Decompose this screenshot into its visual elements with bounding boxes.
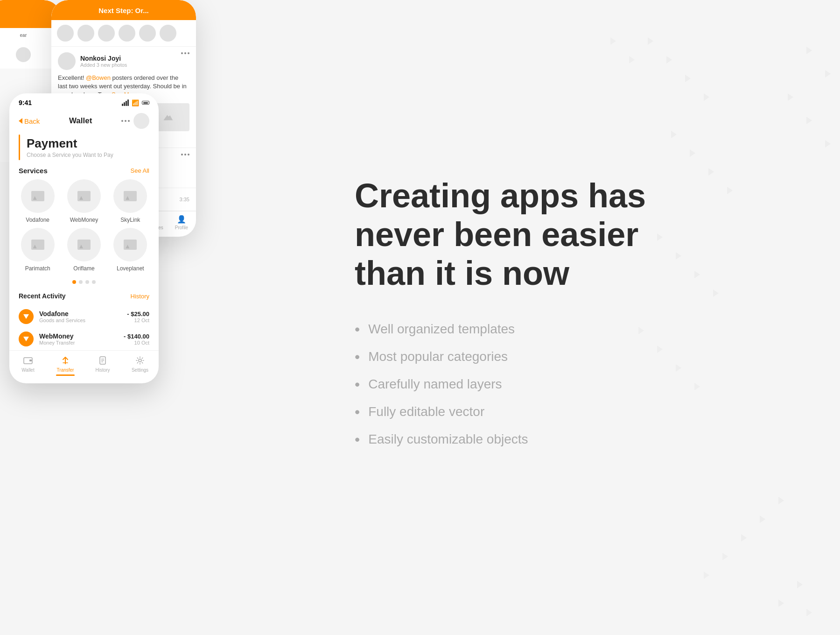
- activity-vodafone-name: Vodafone: [39, 310, 121, 318]
- post1-menu[interactable]: [181, 52, 189, 54]
- feature-item-5: Easily customizable objects: [355, 431, 803, 448]
- vodafone-date: 12 Oct: [127, 318, 149, 323]
- service-loveplanet[interactable]: Loveplanet: [110, 228, 151, 272]
- svg-rect-3: [29, 360, 32, 361]
- carousel-dots: [9, 278, 159, 290]
- carousel-dot-3[interactable]: [85, 280, 89, 284]
- snav-profile[interactable]: 👤 Profile: [167, 215, 196, 230]
- wallet-nav-label: Wallet: [21, 367, 34, 373]
- heading-line1: Creating apps has: [355, 177, 646, 214]
- loveplanet-label: Loveplanet: [117, 265, 144, 272]
- feature-2-text: Most popular categories: [368, 349, 508, 364]
- carousel-dot-1[interactable]: [72, 280, 76, 284]
- payment-info: Payment Choose a Service you Want to Pay: [20, 134, 120, 160]
- service-skylink[interactable]: SkyLink: [110, 179, 151, 223]
- wallet-status-bar: 9:41 📶: [9, 93, 159, 109]
- status-icons: 📶: [122, 99, 149, 106]
- wallet-title: Wallet: [69, 116, 92, 126]
- svg-point-8: [139, 359, 141, 362]
- nav-transfer[interactable]: Transfer: [47, 355, 84, 376]
- feature-item-4: Fully editable vector: [355, 403, 803, 421]
- vodafone-label: Vodafone: [26, 217, 49, 223]
- wallet-header-right: [121, 113, 149, 129]
- activity-vodafone-sub: Goods and Services: [39, 318, 121, 323]
- svg-marker-0: [23, 314, 29, 319]
- carousel-dot-2[interactable]: [79, 280, 83, 284]
- ecom-avatar: [16, 47, 31, 62]
- main-heading: Creating apps has never been easier than…: [355, 176, 803, 292]
- post2-menu[interactable]: [181, 154, 189, 155]
- avatar-6: [160, 25, 176, 42]
- post1-avatar: [58, 52, 76, 70]
- avatar-3: [98, 25, 115, 42]
- heading-line2: never been easier: [355, 216, 638, 253]
- vodafone-icon: [31, 191, 44, 201]
- payment-section-wrapper: Payment Choose a Service you Want to Pay: [19, 134, 159, 160]
- feature-5-text: Easily customizable objects: [368, 432, 528, 447]
- wallet-nav-icon: [23, 355, 33, 366]
- nav-settings[interactable]: Settings: [121, 355, 159, 376]
- webmoney-icon-circle: [67, 179, 101, 213]
- down-arrow-icon-1: [23, 313, 29, 320]
- vodafone-amount-val: - $25.00: [127, 310, 149, 318]
- back-label: Back: [24, 117, 40, 125]
- features-list: Well organized templates Most popular ca…: [355, 321, 803, 459]
- signal-icon: [122, 99, 129, 106]
- phones-mockup-area: ear 93.7 oma... His... $28... ⚙ Setti...: [0, 0, 317, 635]
- avatar-1: [57, 25, 74, 42]
- skylink-icon-circle: [113, 179, 147, 213]
- wallet-bottom-nav: Wallet Transfer: [9, 350, 159, 383]
- nav-wallet[interactable]: Wallet: [9, 355, 47, 376]
- skylink-icon: [124, 191, 137, 201]
- dot4: [181, 154, 183, 155]
- wifi-icon: 📶: [132, 99, 139, 106]
- webmoney-label: WebMoney: [70, 217, 98, 223]
- oriflame-icon-circle: [67, 228, 101, 261]
- activity-webmoney: WebMoney Money Transfer - $140.00 10 Oct: [9, 328, 159, 350]
- nav-history[interactable]: History: [84, 355, 121, 376]
- wallet-user-avatar: [133, 113, 149, 129]
- carousel-dot-4[interactable]: [92, 280, 96, 284]
- heading-line3: than it is now: [355, 254, 569, 292]
- avatar-2: [77, 25, 94, 42]
- wallet-header: Back Wallet: [9, 109, 159, 134]
- back-button[interactable]: Back: [19, 117, 40, 125]
- service-oriflame[interactable]: Oriflame: [63, 228, 105, 272]
- social-top-bar-text: Next Step: Or...: [98, 7, 149, 14]
- webmoney-amount-val: - $140.00: [124, 333, 149, 340]
- avatar-4: [119, 25, 135, 42]
- service-webmoney[interactable]: WebMoney: [63, 179, 105, 223]
- skylink-label: SkyLink: [120, 217, 140, 223]
- see-all-button[interactable]: See All: [131, 167, 149, 174]
- post1-user: Nonkosi Joyi Added 3 new photos: [58, 52, 127, 70]
- ecom-partial-text: ear: [0, 33, 57, 38]
- oriflame-icon: [77, 240, 91, 250]
- settings-nav-icon: [135, 355, 145, 366]
- back-chevron-icon: [19, 118, 22, 124]
- service-parimatch[interactable]: Parimatch: [17, 228, 58, 272]
- feature-1-text: Well organized templates: [368, 322, 515, 337]
- w-dot1: [121, 120, 123, 122]
- parimatch-icon: [31, 240, 44, 250]
- post1-header: Nonkosi Joyi Added 3 new photos: [58, 52, 189, 70]
- down-arrow-icon-2: [23, 336, 29, 342]
- service-vodafone[interactable]: Vodafone: [17, 179, 58, 223]
- text-content-area: Creating apps has never been easier than…: [317, 0, 840, 635]
- avatar-5: [139, 25, 156, 42]
- dot6: [188, 154, 189, 155]
- social-top-bar: Next Step: Or...: [51, 0, 196, 20]
- loveplanet-icon-circle: [113, 228, 147, 261]
- snav-profile-label: Profile: [175, 225, 188, 230]
- wallet-phone-mockup: 9:41 📶: [9, 93, 159, 383]
- transfer-nav-label: Transfer: [57, 367, 74, 373]
- wallet-menu[interactable]: [121, 120, 130, 122]
- services-label: Services: [19, 167, 48, 175]
- dot2: [184, 52, 186, 54]
- history-nav-icon: [98, 355, 108, 366]
- activity-icon-1: [19, 309, 34, 324]
- loveplanet-icon: [124, 240, 137, 250]
- services-header: Services See All: [9, 160, 159, 179]
- history-link[interactable]: History: [131, 293, 149, 300]
- transfer-active-indicator: [56, 374, 75, 376]
- recent-label: Recent Activity: [19, 292, 66, 300]
